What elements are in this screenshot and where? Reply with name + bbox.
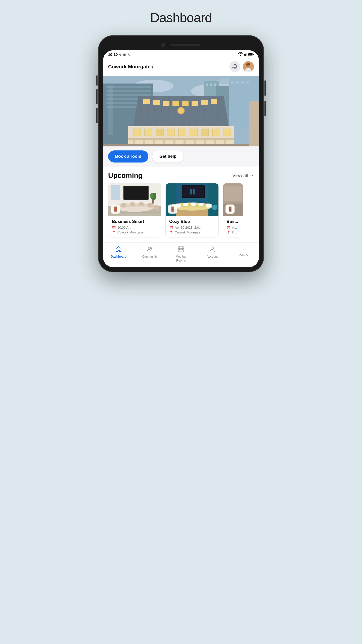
room-card-3-title: Bus... [227,219,240,224]
svg-rect-104 [190,189,192,194]
room-card-1-title: Business Smart [112,219,158,224]
room-icon-2: 🚪 [168,205,177,214]
bottom-navigation: Dashboard Community [103,243,259,267]
svg-rect-20 [231,81,234,84]
svg-rect-21 [236,81,239,84]
room-card-2-meta: ⏰ Apr 10 2023, 2:0... 📍 Cowork Moorgate [169,226,215,234]
svg-rect-114 [182,249,183,250]
clock-icon-3: ⏰ [227,226,231,229]
upcoming-section-header: Upcoming View all → [103,167,259,183]
nav-dashboard-label: Dashboard [111,255,127,258]
arrow-right-icon: → [249,173,254,178]
clock-icon-2: ⏰ [169,226,173,229]
more-icon: ··· [240,246,246,252]
svg-rect-102 [206,204,211,208]
page-title: Dashboard [150,10,212,25]
view-all-button[interactable]: View all → [232,173,254,178]
nav-show-all-label: Show All [238,253,249,257]
status-bar: 10:10 ⊙ ▣ ◎ [103,50,259,59]
svg-point-41 [178,108,184,113]
nav-account[interactable]: Account [203,246,221,263]
book-room-button[interactable]: Book a room [108,150,148,163]
svg-rect-81 [139,202,144,206]
svg-rect-34 [163,101,169,106]
workspace-label: Cowork Moorgate [108,64,151,70]
location-icon: 📍 [112,230,116,234]
svg-rect-79 [121,203,126,208]
svg-rect-2 [246,53,247,56]
room-card-1-meta: ⏰ 10:00 A... 📍 Cowork Moorgate [112,226,158,234]
status-icon-2: ▣ [123,53,126,56]
svg-rect-18 [210,84,212,86]
svg-point-115 [211,247,213,249]
svg-rect-100 [191,203,196,206]
svg-rect-112 [179,249,180,250]
room-card-2[interactable]: 🚪 Cozy Blue ⏰ Apr 10 2023, 2:0... 📍 Cowo… [165,183,219,237]
nav-meeting-rooms[interactable]: MeetingRooms [172,246,190,263]
svg-rect-45 [156,129,163,136]
room-card-2-image: 🚪 [166,183,218,216]
nav-dashboard[interactable]: Dashboard [110,246,127,263]
room-card-1-location: 📍 Cowork Moorgate [112,230,158,234]
action-buttons: Book a room Get help [103,146,259,167]
room-card-1-body: Business Smart ⏰ 10:00 A... 📍 Cowork Moo… [108,216,161,237]
home-icon [115,246,122,254]
svg-rect-51 [224,129,231,136]
room-card-3-time: ⏰ A... [227,226,240,229]
room-card-2-location: 📍 Cowork Moorgate [169,230,215,234]
view-all-label: View all [232,173,248,178]
svg-rect-82 [147,203,153,208]
left-button-2 [96,89,98,104]
svg-rect-103 [212,205,217,210]
svg-rect-38 [201,100,208,105]
svg-rect-101 [198,203,203,206]
notification-button[interactable] [229,61,240,72]
nav-account-label: Account [207,255,217,259]
avatar[interactable] [243,61,254,72]
svg-rect-32 [143,99,150,104]
power-button [264,80,266,96]
speaker-grille [170,44,201,46]
svg-point-110 [150,247,152,249]
svg-point-109 [148,247,150,249]
room-card-1-time: ⏰ 10:00 A... [112,226,158,229]
room-card-3-meta: ⏰ A... 📍 C... [227,226,240,234]
svg-rect-52 [128,138,234,140]
svg-rect-39 [211,99,217,104]
svg-rect-23 [246,81,249,84]
nav-community[interactable]: Community [141,246,159,263]
svg-rect-22 [241,81,244,84]
room-card-3-image: 🚪 [223,183,243,216]
room-icon-1: 🚪 [111,205,120,214]
status-time: 10:10 [108,52,118,57]
nav-show-all[interactable]: ··· Show All [235,246,252,263]
status-icon-1: ⊙ [119,53,122,56]
svg-rect-44 [145,129,152,136]
account-icon [209,246,215,254]
svg-rect-73 [124,186,148,199]
svg-rect-43 [133,129,141,136]
room-card-1-image: 🚪 [108,183,161,216]
nav-meeting-rooms-label: MeetingRooms [176,255,187,263]
hero-image [103,76,259,146]
svg-rect-5 [249,53,253,55]
svg-rect-105 [193,189,195,194]
phone-top-bar [103,40,259,50]
room-card-2-time: ⏰ Apr 10 2023, 2:0... [169,226,215,229]
status-left: 10:10 ⊙ ▣ ◎ [108,52,130,57]
svg-rect-1 [245,54,246,56]
status-icon-3: ◎ [127,53,130,56]
get-help-button[interactable]: Get help [152,150,184,163]
upcoming-title: Upcoming [108,172,143,180]
clock-icon: ⏰ [112,226,116,229]
svg-rect-31 [108,85,113,135]
wifi-icon [238,52,243,57]
upcoming-cards: 🚪 Business Smart ⏰ 10:00 A... 📍 Cowork M… [103,183,259,243]
workspace-selector[interactable]: Cowork Moorgate ▾ [108,64,153,70]
room-icon-3: 🚪 [225,205,235,214]
room-card-1[interactable]: 🚪 Business Smart ⏰ 10:00 A... 📍 Cowork M… [108,183,161,237]
status-right [238,52,254,57]
location-icon-2: 📍 [169,230,173,234]
room-card-3[interactable]: 🚪 Bus... ⏰ A... 📍 C... [223,183,243,237]
svg-rect-48 [190,129,197,136]
